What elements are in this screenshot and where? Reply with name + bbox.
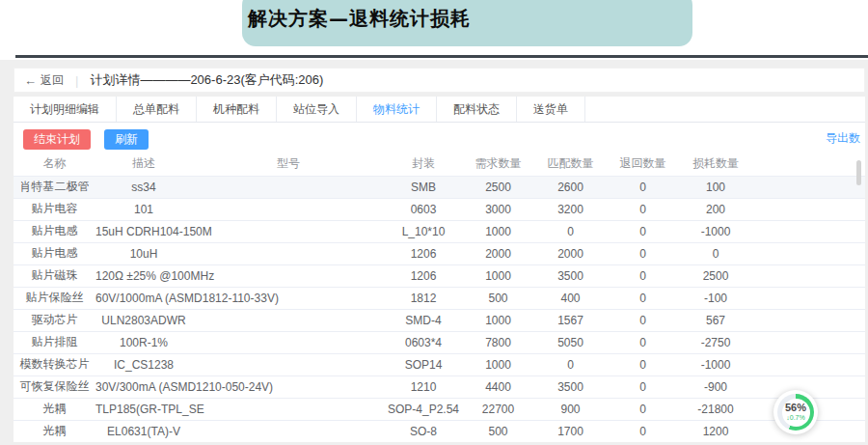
table-cell: 101 bbox=[95, 198, 192, 220]
table-row[interactable]: 肖特基二极管ss34SMB250026000100 bbox=[14, 176, 865, 198]
table-cell: 0 bbox=[607, 398, 679, 420]
table-cell-filler bbox=[752, 309, 865, 331]
table-cell: L_10*10 bbox=[385, 220, 462, 242]
table-cell: 10uH bbox=[95, 242, 192, 264]
table-cell: 30V/300mA (ASMD1210-050-24V) bbox=[95, 375, 192, 398]
vertical-separator: | bbox=[75, 73, 78, 88]
table-cell: 0 bbox=[607, 287, 679, 309]
table-cell: 0 bbox=[534, 220, 607, 242]
table-row[interactable]: 贴片磁珠120Ω ±25% @100MHz12061000350002500 bbox=[14, 264, 865, 287]
table-cell: 0 bbox=[607, 264, 679, 287]
table-cell: 1000 bbox=[462, 220, 534, 242]
table-row[interactable]: 贴片电感10uH12062000200000 bbox=[14, 242, 865, 264]
table-cell: 500 bbox=[462, 420, 534, 442]
table-cell: 0 bbox=[534, 353, 607, 375]
table-cell: 60V/1000mA (ASMD1812-110-33V) bbox=[95, 287, 192, 309]
table-cell: 0603 bbox=[385, 198, 462, 220]
table-cell: IC_CS1238 bbox=[95, 353, 192, 375]
table-cell bbox=[192, 420, 385, 442]
table-cell: 2500 bbox=[462, 176, 534, 198]
end-plan-button[interactable]: 结束计划 bbox=[23, 129, 91, 150]
table-cell: 400 bbox=[534, 287, 607, 309]
table-cell: 120Ω ±25% @100MHz bbox=[95, 264, 192, 287]
table-cell: 0 bbox=[607, 353, 679, 375]
table-cell: 2500 bbox=[679, 264, 752, 287]
table-cell bbox=[192, 309, 385, 331]
table-cell-filler bbox=[752, 264, 865, 287]
column-header: 匹配数量 bbox=[534, 152, 607, 176]
table-cell: TLP185(GR-TPL_SE bbox=[95, 398, 192, 420]
table-cell: 3000 bbox=[462, 198, 534, 220]
table-cell: 1000 bbox=[462, 353, 534, 375]
table-cell: 2600 bbox=[534, 176, 607, 198]
tab-6[interactable]: 配料状态 bbox=[437, 97, 517, 122]
tab-2[interactable]: 总单配料 bbox=[117, 97, 197, 122]
table-cell bbox=[192, 264, 385, 287]
table-cell: EL0631(TA)-V bbox=[95, 420, 192, 442]
table-row[interactable]: 贴片保险丝60V/1000mA (ASMD1812-110-33V)181250… bbox=[14, 287, 865, 309]
table-cell: 0 bbox=[607, 309, 679, 331]
main-card: 计划明细编辑总单配料机种配料站位导入物料统计配料状态送货单 结束计划 刷新 导出… bbox=[14, 97, 865, 442]
table-row[interactable]: 贴片电感15uH CDRH104-150ML_10*10100000-1000 bbox=[14, 220, 865, 242]
table-cell: SOP-4_P2.54 bbox=[385, 398, 462, 420]
table-row[interactable]: 光耦EL0631(TA)-VSO-8500170001200 bbox=[14, 420, 865, 442]
table-cell: 1210 bbox=[385, 375, 462, 398]
progress-delta: ↓0.7% bbox=[786, 414, 804, 422]
back-arrow-icon: ← bbox=[24, 73, 37, 88]
table-cell: 0 bbox=[607, 331, 679, 353]
table-cell: -900 bbox=[679, 375, 752, 398]
table-cell: 0 bbox=[679, 242, 752, 264]
back-label: 返回 bbox=[41, 72, 64, 89]
table-row[interactable]: 贴片电容1010603300032000200 bbox=[14, 198, 865, 220]
table-row[interactable]: 贴片排阻100R-1%0603*4780050500-2750 bbox=[14, 331, 865, 353]
table-row[interactable]: 模数转换芯片IC_CS1238SOP14100000-1000 bbox=[14, 353, 865, 375]
table-cell: 光耦 bbox=[14, 398, 95, 420]
table-cell bbox=[192, 198, 385, 220]
progress-inner: 56% ↓0.7% bbox=[782, 399, 810, 427]
tab-4[interactable]: 站位导入 bbox=[277, 97, 357, 122]
table-cell-filler bbox=[752, 176, 865, 198]
table-cell bbox=[192, 331, 385, 353]
column-header: 退回数量 bbox=[607, 152, 679, 176]
table-cell: 0 bbox=[607, 176, 679, 198]
back-button[interactable]: ← 返回 bbox=[24, 72, 64, 89]
table-row[interactable]: 光耦TLP185(GR-TPL_SESOP-4_P2.54227009000-2… bbox=[14, 398, 865, 420]
table-cell: 2000 bbox=[534, 242, 607, 264]
table-row[interactable]: 可恢复保险丝30V/300mA (ASMD1210-050-24V)121044… bbox=[14, 375, 865, 398]
table-cell: 模数转换芯片 bbox=[14, 353, 95, 375]
table-cell: 100 bbox=[679, 176, 752, 198]
column-header: 需求数量 bbox=[462, 152, 534, 176]
table-cell: 1000 bbox=[462, 264, 534, 287]
tab-3[interactable]: 机种配料 bbox=[197, 97, 277, 122]
export-data-link[interactable]: 导出数 bbox=[826, 130, 860, 147]
table-cell: 500 bbox=[462, 287, 534, 309]
vertical-scrollbar-thumb[interactable] bbox=[856, 160, 861, 185]
materials-table: 名称描述型号封装需求数量匹配数量退回数量损耗数量 肖特基二极管ss34SMB25… bbox=[14, 152, 865, 442]
table-cell: 3200 bbox=[534, 198, 607, 220]
table-cell: -2750 bbox=[679, 331, 752, 353]
table-row[interactable]: 驱动芯片ULN2803ADWRSMD-4100015670567 bbox=[14, 309, 865, 331]
table-header-row: 名称描述型号封装需求数量匹配数量退回数量损耗数量 bbox=[14, 152, 865, 176]
table-cell: 0603*4 bbox=[385, 331, 462, 353]
tab-1[interactable]: 计划明细编辑 bbox=[14, 97, 117, 122]
table-cell: 1206 bbox=[385, 264, 462, 287]
column-header: 描述 bbox=[95, 152, 192, 176]
table-cell: ULN2803ADWR bbox=[95, 309, 192, 331]
table-cell bbox=[192, 242, 385, 264]
tab-bar: 计划明细编辑总单配料机种配料站位导入物料统计配料状态送货单 bbox=[14, 97, 865, 123]
detail-header-bar: ← 返回 | 计划详情————206-6-23(客户代码:206) bbox=[14, 68, 865, 93]
table-cell: SMB bbox=[385, 176, 462, 198]
table-cell: 1000 bbox=[462, 309, 534, 331]
tab-7[interactable]: 送货单 bbox=[517, 97, 585, 122]
progress-percent: 56% bbox=[785, 403, 806, 413]
table-body: 肖特基二极管ss34SMB250026000100贴片电容10106033000… bbox=[14, 176, 865, 442]
progress-badge[interactable]: 56% ↓0.7% bbox=[773, 390, 818, 434]
table-cell: 贴片保险丝 bbox=[14, 287, 95, 309]
table-cell: 驱动芯片 bbox=[14, 309, 95, 331]
table-cell: ss34 bbox=[95, 176, 192, 198]
refresh-button[interactable]: 刷新 bbox=[104, 129, 149, 150]
tab-5[interactable]: 物料统计 bbox=[357, 97, 437, 122]
table-cell: 光耦 bbox=[14, 420, 95, 442]
table-cell: 15uH CDRH104-150M bbox=[95, 220, 192, 242]
table-cell: 200 bbox=[679, 198, 752, 220]
